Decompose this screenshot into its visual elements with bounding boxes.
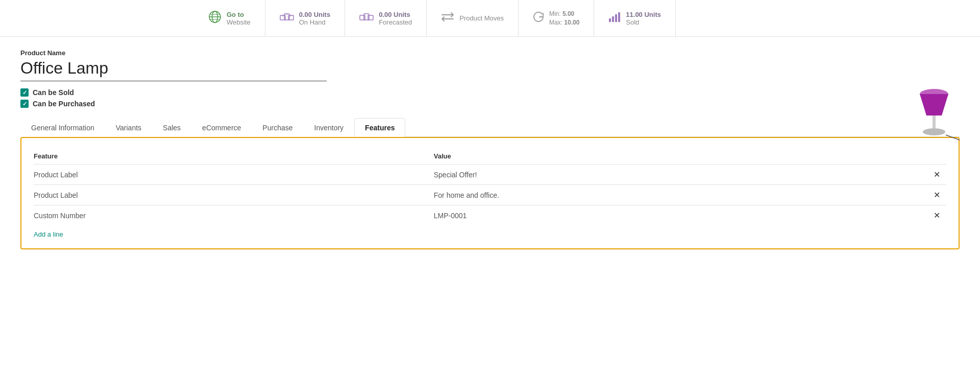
value-cell: LMP-0001 xyxy=(434,205,926,226)
action-bar: Go to Website 0.00 Units On Hand xyxy=(0,0,980,37)
can-be-sold-checkbox[interactable]: ✓ xyxy=(20,88,29,97)
delete-button[interactable]: ✕ xyxy=(926,185,946,205)
features-table: Feature Value Product Label Special Offe… xyxy=(34,148,946,225)
svg-rect-17 xyxy=(618,12,620,22)
tab-variants[interactable]: Variants xyxy=(105,118,152,137)
col-feature-header: Feature xyxy=(34,148,434,165)
svg-point-21 xyxy=(923,128,945,135)
table-row: Custom Number LMP-0001 ✕ xyxy=(34,205,946,226)
feature-cell: Product Label xyxy=(34,185,434,205)
svg-rect-15 xyxy=(612,16,614,22)
units-on-hand-sublabel: On Hand xyxy=(299,18,326,26)
forecasted-icon xyxy=(359,11,374,26)
can-be-purchased-row: ✓ Can be Purchased xyxy=(20,100,960,108)
tab-inventory[interactable]: Inventory xyxy=(304,118,355,137)
globe-icon xyxy=(208,10,222,27)
min-max-values: Min: 5.00 Max: 10.00 xyxy=(549,10,579,27)
units-forecasted-sublabel: Forecasted xyxy=(379,18,412,26)
main-content: Product Name Office Lamp ✓ Can be Sold ✓… xyxy=(0,37,980,262)
can-be-sold-label: Can be Sold xyxy=(33,88,74,97)
delete-button[interactable]: ✕ xyxy=(926,165,946,185)
value-cell: Special Offer! xyxy=(434,165,926,185)
tab-general-information[interactable]: General Information xyxy=(20,118,105,137)
min-max-button[interactable]: Min: 5.00 Max: 10.00 xyxy=(519,0,594,36)
svg-line-22 xyxy=(946,135,960,140)
col-value-header: Value xyxy=(434,148,926,165)
can-be-purchased-label: Can be Purchased xyxy=(33,100,95,108)
product-name-label: Product Name xyxy=(20,49,960,57)
tab-sales[interactable]: Sales xyxy=(152,118,191,137)
units-on-hand-amount: 0.00 Units xyxy=(299,11,330,18)
go-to-website-sublabel: Website xyxy=(227,18,251,26)
refresh-icon xyxy=(533,11,544,26)
svg-rect-16 xyxy=(615,14,617,22)
svg-rect-14 xyxy=(609,18,611,22)
table-row: Product Label For home and office. ✕ xyxy=(34,185,946,205)
go-to-website-button[interactable]: Go to Website xyxy=(194,0,265,36)
feature-cell: Custom Number xyxy=(34,205,434,226)
boxes-icon xyxy=(280,11,294,26)
tab-purchase[interactable]: Purchase xyxy=(252,118,303,137)
table-row: Product Label Special Offer! ✕ xyxy=(34,165,946,185)
can-be-purchased-checkbox[interactable]: ✓ xyxy=(20,100,29,108)
units-sold-button[interactable]: 11.00 Units Sold xyxy=(594,0,676,36)
go-to-website-label: Go to xyxy=(227,11,244,18)
units-forecasted-amount: 0.00 Units xyxy=(379,11,410,18)
add-line-button[interactable]: Add a line xyxy=(34,225,63,240)
product-moves-button[interactable]: Product Moves xyxy=(427,0,519,36)
tab-features[interactable]: Features xyxy=(354,118,405,137)
feature-cell: Product Label xyxy=(34,165,434,185)
product-moves-label: Product Moves xyxy=(459,14,504,22)
can-be-sold-row: ✓ Can be Sold xyxy=(20,88,960,97)
product-tabs: General Information Variants Sales eComm… xyxy=(20,118,960,137)
col-actions-header xyxy=(926,148,946,165)
units-on-hand-button[interactable]: 0.00 Units On Hand xyxy=(265,0,345,36)
units-sold-amount: 11.00 Units xyxy=(626,11,661,18)
svg-marker-19 xyxy=(920,94,948,115)
bar-chart-icon xyxy=(608,11,621,26)
delete-button[interactable]: ✕ xyxy=(926,205,946,226)
arrows-icon xyxy=(441,11,454,26)
units-forecasted-button[interactable]: 0.00 Units Forecasted xyxy=(345,0,427,36)
tab-ecommerce[interactable]: eCommerce xyxy=(191,118,252,137)
product-name[interactable]: Office Lamp xyxy=(20,59,327,81)
features-panel: Feature Value Product Label Special Offe… xyxy=(20,137,960,249)
product-image xyxy=(909,80,960,141)
value-cell: For home and office. xyxy=(434,185,926,205)
units-sold-sublabel: Sold xyxy=(626,18,639,26)
